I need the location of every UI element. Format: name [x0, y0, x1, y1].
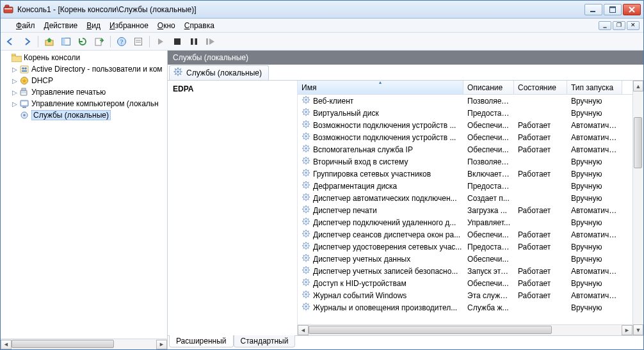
service-row[interactable]: Журналы и оповещения производител...Служ…	[298, 301, 632, 314]
col-name[interactable]: Имя	[298, 81, 463, 94]
expand-icon[interactable]: ▷	[11, 66, 19, 73]
refresh-button[interactable]	[76, 35, 90, 49]
svg-text:?: ?	[120, 38, 124, 45]
export-button[interactable]	[92, 35, 106, 49]
list-scroll-up-button[interactable]: ▲	[633, 81, 643, 91]
service-icon	[302, 107, 310, 118]
service-row[interactable]: Группировка сетевых участниковВключает .…	[298, 168, 632, 180]
help-button[interactable]: ?	[115, 35, 129, 49]
tree-item[interactable]: ▷Active Directory - пользователи и ком	[1, 63, 167, 75]
list-scroll-right-button[interactable]: ►	[622, 325, 632, 335]
service-row[interactable]: Дефрагментация дискаПредостав...Вручную	[298, 180, 632, 192]
start-service-button[interactable]	[154, 35, 168, 49]
service-icon	[302, 217, 310, 228]
tree-scroll-thumb[interactable]	[12, 340, 114, 348]
tab-standard[interactable]: Стандартный	[234, 335, 296, 347]
col-desc[interactable]: Описание	[463, 81, 514, 94]
service-start: Вручную	[567, 157, 622, 166]
minimize-button[interactable]	[584, 4, 602, 15]
tree-item[interactable]: Службы (локальные)	[1, 109, 167, 121]
service-icon	[302, 132, 310, 143]
service-row[interactable]: Диспетчер автоматических подключен...Соз…	[298, 192, 632, 204]
detail-pane: EDPA	[168, 81, 298, 335]
svg-line-73	[308, 122, 309, 122]
list-scroll-left-button[interactable]: ◄	[298, 325, 309, 335]
service-row[interactable]: Вспомогательная служба IPОбеспечи...Рабо…	[298, 143, 632, 155]
service-row[interactable]: Диспетчер учетных данныхОбеспечи...Вручн…	[298, 253, 632, 265]
tree-node-icon	[19, 110, 29, 120]
svg-line-121	[303, 182, 304, 183]
back-button[interactable]	[3, 35, 17, 49]
close-button[interactable]	[623, 4, 641, 15]
svg-point-36	[177, 70, 179, 72]
service-desc: Обеспечи...	[463, 255, 514, 264]
menu-action[interactable]: Действие	[44, 21, 78, 30]
service-name: Диспетчер учетных данных	[313, 255, 410, 264]
svg-line-224	[303, 308, 304, 309]
service-row[interactable]: Доступ к HID-устройствамОбеспечи...Работ…	[298, 277, 632, 289]
service-icon	[302, 290, 310, 301]
col-start[interactable]: Тип запуска	[567, 81, 622, 94]
tree-item[interactable]: ▷DHCP	[1, 75, 167, 86]
menu-window[interactable]: Окно	[157, 21, 175, 30]
mdi-restore-button[interactable]: ❐	[613, 21, 625, 30]
service-row[interactable]: Возможности подключения устройств ...Обе…	[298, 119, 632, 131]
service-name: Вторичный вход в систему	[313, 157, 408, 166]
service-row[interactable]: Диспетчер удостоверения сетевых учас...П…	[298, 241, 632, 253]
pause-service-button[interactable]	[187, 35, 201, 49]
list-vscrollbar[interactable]: ▲ ▼	[632, 81, 643, 335]
svg-point-176	[305, 257, 307, 259]
svg-point-156	[305, 233, 307, 235]
menubar: Файл Действие Вид Избранное Окно Справка…	[1, 19, 643, 33]
svg-line-172	[308, 248, 309, 248]
service-row[interactable]: Журнал событий WindowsЭта служб...Работа…	[298, 289, 632, 301]
tree-item[interactable]: ▷Управление печатью	[1, 86, 167, 98]
mdi-close-button[interactable]: ✕	[627, 21, 640, 30]
expand-icon[interactable]: ▷	[11, 89, 19, 96]
svg-line-211	[303, 292, 304, 292]
svg-rect-17	[174, 38, 181, 45]
restart-service-button[interactable]	[204, 35, 218, 49]
service-row[interactable]: Диспетчер печатиЗагрузка ...РаботаетАвто…	[298, 204, 632, 216]
stop-service-button[interactable]	[170, 35, 184, 49]
service-desc: Обеспечи...	[463, 230, 514, 239]
svg-line-201	[303, 280, 304, 280]
top-tab-services[interactable]: Службы (локальные)	[169, 65, 269, 80]
scroll-left-button[interactable]: ◄	[1, 340, 12, 349]
tree-root[interactable]: Корень консоли	[1, 52, 167, 63]
list-vscroll-thumb[interactable]	[634, 117, 642, 168]
service-row[interactable]: Диспетчер сеансов диспетчера окон ра...О…	[298, 228, 632, 241]
expand-icon[interactable]: ▷	[11, 100, 19, 107]
properties-button[interactable]	[131, 35, 145, 49]
expand-icon[interactable]: ▷	[11, 77, 19, 84]
list-scroll-down-button[interactable]: ▼	[633, 324, 643, 335]
maximize-button[interactable]	[604, 4, 622, 15]
service-row[interactable]: Виртуальный дискПредостав...Вручную	[298, 107, 632, 119]
tree-node-icon	[19, 87, 29, 97]
tab-extended[interactable]: Расширенный	[169, 335, 234, 347]
svg-line-71	[303, 122, 304, 122]
service-row[interactable]: Вторичный вход в системуПозволяет...Вруч…	[298, 155, 632, 168]
scroll-right-button[interactable]: ►	[156, 340, 167, 349]
mdi-minimize-button[interactable]: ‗	[599, 21, 611, 30]
service-row[interactable]: Диспетчер подключений удаленного д...Упр…	[298, 216, 632, 228]
svg-rect-5	[610, 6, 616, 8]
service-name: Вспомогательная служба IP	[313, 145, 413, 154]
list-hscroll-thumb[interactable]	[309, 326, 552, 334]
col-state[interactable]: Состояние	[514, 81, 567, 94]
svg-line-174	[303, 248, 304, 248]
list-hscrollbar[interactable]: ◄ ►	[298, 324, 632, 335]
show-hide-tree-button[interactable]	[59, 35, 73, 49]
service-row[interactable]: Диспетчер учетных записей безопасно...За…	[298, 265, 632, 277]
up-button[interactable]	[42, 35, 56, 49]
menu-fav[interactable]: Избранное	[109, 21, 149, 30]
tree-item[interactable]: ▷Управление компьютером (локальн	[1, 98, 167, 109]
menu-view[interactable]: Вид	[86, 21, 101, 30]
service-row[interactable]: Веб-клиентПозволяет...Вручную	[298, 95, 632, 107]
tree-hscrollbar[interactable]: ◄ ►	[1, 338, 167, 349]
menu-file[interactable]: Файл	[16, 21, 35, 30]
forward-button[interactable]	[20, 35, 34, 49]
service-row[interactable]: Возможности подключения устройств ...Обе…	[298, 131, 632, 143]
titlebar[interactable]: Консоль1 - [Корень консоли\Службы (локал…	[1, 1, 643, 19]
menu-help[interactable]: Справка	[184, 21, 214, 30]
